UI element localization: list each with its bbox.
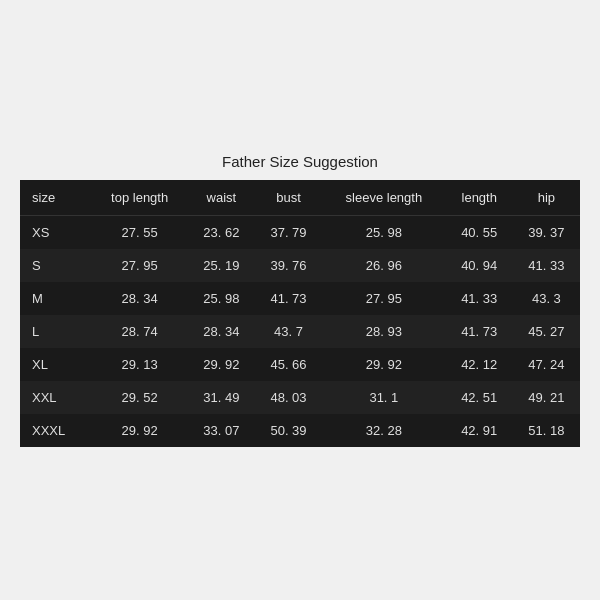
cell-r2-c5: 41. 33 bbox=[446, 282, 513, 315]
col-header-sleeve-length: sleeve length bbox=[322, 180, 446, 216]
cell-r6-c4: 32. 28 bbox=[322, 414, 446, 447]
cell-r2-c1: 28. 34 bbox=[91, 282, 187, 315]
table-row: XXXL29. 9233. 0750. 3932. 2842. 9151. 18 bbox=[20, 414, 580, 447]
cell-r4-c5: 42. 12 bbox=[446, 348, 513, 381]
cell-r6-c5: 42. 91 bbox=[446, 414, 513, 447]
outer-container: Father Size Suggestion sizetop lengthwai… bbox=[10, 133, 590, 467]
cell-r5-c3: 48. 03 bbox=[255, 381, 322, 414]
cell-r6-c1: 29. 92 bbox=[91, 414, 187, 447]
table-row: XS27. 5523. 6237. 7925. 9840. 5539. 37 bbox=[20, 216, 580, 250]
cell-r0-c3: 37. 79 bbox=[255, 216, 322, 250]
table-row: L28. 7428. 3443. 728. 9341. 7345. 27 bbox=[20, 315, 580, 348]
page-title: Father Size Suggestion bbox=[20, 153, 580, 170]
cell-r0-c6: 39. 37 bbox=[513, 216, 580, 250]
cell-r1-c3: 39. 76 bbox=[255, 249, 322, 282]
cell-r4-c6: 47. 24 bbox=[513, 348, 580, 381]
table-row: S27. 9525. 1939. 7626. 9640. 9441. 33 bbox=[20, 249, 580, 282]
size-table: sizetop lengthwaistbustsleeve lengthleng… bbox=[20, 180, 580, 447]
cell-r4-c4: 29. 92 bbox=[322, 348, 446, 381]
cell-r1-c1: 27. 95 bbox=[91, 249, 187, 282]
cell-r6-c2: 33. 07 bbox=[188, 414, 255, 447]
cell-r0-c5: 40. 55 bbox=[446, 216, 513, 250]
cell-r5-c0: XXL bbox=[20, 381, 91, 414]
col-header-length: length bbox=[446, 180, 513, 216]
table-header: sizetop lengthwaistbustsleeve lengthleng… bbox=[20, 180, 580, 216]
cell-r1-c0: S bbox=[20, 249, 91, 282]
cell-r2-c0: M bbox=[20, 282, 91, 315]
col-header-top-length: top length bbox=[91, 180, 187, 216]
cell-r3-c2: 28. 34 bbox=[188, 315, 255, 348]
cell-r1-c6: 41. 33 bbox=[513, 249, 580, 282]
cell-r0-c1: 27. 55 bbox=[91, 216, 187, 250]
table-row: M28. 3425. 9841. 7327. 9541. 3343. 3 bbox=[20, 282, 580, 315]
cell-r6-c3: 50. 39 bbox=[255, 414, 322, 447]
cell-r5-c1: 29. 52 bbox=[91, 381, 187, 414]
cell-r3-c4: 28. 93 bbox=[322, 315, 446, 348]
cell-r5-c4: 31. 1 bbox=[322, 381, 446, 414]
table-row: XXL29. 5231. 4948. 0331. 142. 5149. 21 bbox=[20, 381, 580, 414]
cell-r3-c1: 28. 74 bbox=[91, 315, 187, 348]
cell-r5-c2: 31. 49 bbox=[188, 381, 255, 414]
cell-r0-c4: 25. 98 bbox=[322, 216, 446, 250]
table-row: XL29. 1329. 9245. 6629. 9242. 1247. 24 bbox=[20, 348, 580, 381]
cell-r3-c3: 43. 7 bbox=[255, 315, 322, 348]
cell-r1-c2: 25. 19 bbox=[188, 249, 255, 282]
cell-r5-c6: 49. 21 bbox=[513, 381, 580, 414]
cell-r6-c0: XXXL bbox=[20, 414, 91, 447]
cell-r2-c6: 43. 3 bbox=[513, 282, 580, 315]
cell-r1-c5: 40. 94 bbox=[446, 249, 513, 282]
col-header-hip: hip bbox=[513, 180, 580, 216]
cell-r6-c6: 51. 18 bbox=[513, 414, 580, 447]
header-row: sizetop lengthwaistbustsleeve lengthleng… bbox=[20, 180, 580, 216]
col-header-waist: waist bbox=[188, 180, 255, 216]
cell-r4-c1: 29. 13 bbox=[91, 348, 187, 381]
table-wrapper: sizetop lengthwaistbustsleeve lengthleng… bbox=[20, 180, 580, 447]
cell-r5-c5: 42. 51 bbox=[446, 381, 513, 414]
cell-r2-c2: 25. 98 bbox=[188, 282, 255, 315]
cell-r1-c4: 26. 96 bbox=[322, 249, 446, 282]
cell-r2-c3: 41. 73 bbox=[255, 282, 322, 315]
cell-r4-c0: XL bbox=[20, 348, 91, 381]
cell-r2-c4: 27. 95 bbox=[322, 282, 446, 315]
col-header-bust: bust bbox=[255, 180, 322, 216]
table-body: XS27. 5523. 6237. 7925. 9840. 5539. 37S2… bbox=[20, 216, 580, 448]
cell-r4-c3: 45. 66 bbox=[255, 348, 322, 381]
cell-r4-c2: 29. 92 bbox=[188, 348, 255, 381]
cell-r3-c6: 45. 27 bbox=[513, 315, 580, 348]
cell-r0-c2: 23. 62 bbox=[188, 216, 255, 250]
cell-r3-c5: 41. 73 bbox=[446, 315, 513, 348]
cell-r3-c0: L bbox=[20, 315, 91, 348]
col-header-size: size bbox=[20, 180, 91, 216]
cell-r0-c0: XS bbox=[20, 216, 91, 250]
